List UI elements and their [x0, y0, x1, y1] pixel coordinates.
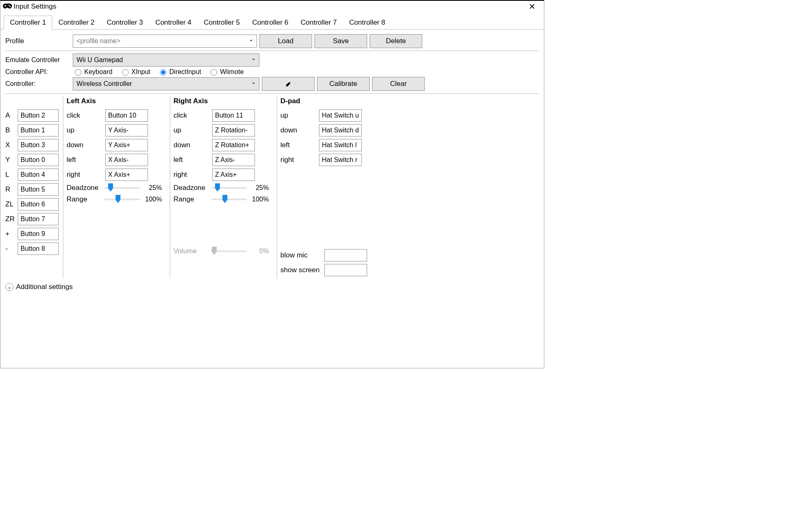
btn-a-map[interactable]: Button 2	[18, 109, 59, 122]
btn-b-label: B	[5, 126, 14, 134]
gamepad-icon	[3, 3, 12, 10]
close-icon[interactable]: ✕	[525, 2, 540, 11]
tab-controller-2[interactable]: Controller 2	[52, 16, 101, 30]
left-range-value: 100%	[142, 196, 162, 203]
titlebar: Input Settings ✕	[0, 1, 544, 12]
controller-tabs: Controller 1 Controller 2 Controller 3 C…	[4, 16, 544, 30]
right-deadzone-value: 25%	[249, 184, 269, 192]
btn-plus-map[interactable]: Button 9	[18, 228, 59, 240]
dpad-up-map[interactable]: Hat Switch u	[319, 109, 362, 122]
api-radios: Keyboard XInput DirectInput Wiimote	[73, 68, 244, 76]
left-range-slider[interactable]	[104, 195, 140, 204]
btn-minus-map[interactable]: Button 8	[18, 243, 59, 255]
left-click-map[interactable]: Button 10	[105, 109, 148, 122]
controller-combo[interactable]: Wireless Controller	[73, 77, 259, 90]
right-left-map[interactable]: Z Axis-	[212, 154, 255, 166]
refresh-controller-button[interactable]	[262, 77, 315, 91]
window-title: Input Settings	[14, 2, 56, 11]
api-label: Controller API:	[5, 68, 70, 76]
save-button[interactable]: Save	[315, 34, 367, 48]
btn-zr-label: ZR	[5, 215, 14, 223]
svg-point-0	[9, 5, 10, 6]
left-deadzone-value: 25%	[142, 184, 162, 192]
volume-value: 0%	[249, 247, 269, 255]
dpad-left-map[interactable]: Hat Switch l	[319, 139, 362, 151]
btn-r-label: R	[5, 185, 14, 194]
btn-plus-label: +	[5, 230, 14, 238]
dpad-heading: D-pad	[280, 97, 367, 105]
left-axis-heading: Left Axis	[67, 97, 167, 105]
dpad-right-map[interactable]: Hat Switch r	[319, 154, 362, 166]
tab-controller-8[interactable]: Controller 8	[343, 16, 391, 30]
tab-controller-3[interactable]: Controller 3	[101, 16, 149, 30]
btn-r-map[interactable]: Button 5	[18, 183, 59, 196]
right-deadzone-slider[interactable]	[211, 183, 247, 192]
left-axis-column: Left Axis clickButton 10 upY Axis- downY…	[63, 96, 170, 279]
dpad-column: D-pad upHat Switch u downHat Switch d le…	[277, 96, 370, 279]
calibrate-button[interactable]: Calibrate	[317, 77, 370, 91]
api-radio-wiimote[interactable]: Wiimote	[208, 68, 244, 76]
clear-button[interactable]: Clear	[372, 77, 425, 91]
btn-y-label: Y	[5, 156, 14, 164]
tab-controller-7[interactable]: Controller 7	[294, 16, 343, 30]
right-range-value: 100%	[249, 196, 269, 203]
btn-b-map[interactable]: Button 1	[18, 124, 59, 136]
svg-point-1	[9, 6, 11, 7]
right-axis-heading: Right Axis	[173, 97, 273, 105]
btn-zl-label: ZL	[5, 200, 14, 208]
btn-minus-label: -	[5, 245, 14, 253]
btn-zr-map[interactable]: Button 7	[18, 213, 59, 225]
input-settings-window: Input Settings ✕ Controller 1 Controller…	[0, 0, 544, 368]
btn-l-map[interactable]: Button 4	[18, 169, 59, 181]
svg-rect-3	[5, 5, 5, 7]
profile-combo[interactable]	[73, 35, 257, 48]
right-axis-column: Right Axis clickButton 11 upZ Rotation- …	[170, 96, 277, 279]
profile-label: Profile	[5, 37, 70, 45]
api-radio-keyboard[interactable]: Keyboard	[73, 68, 113, 76]
btn-l-label: L	[5, 171, 14, 179]
delete-button[interactable]: Delete	[370, 34, 422, 48]
tab-controller-4[interactable]: Controller 4	[149, 16, 198, 30]
left-left-map[interactable]: X Axis-	[105, 154, 148, 166]
volume-label: Volume	[173, 247, 209, 255]
emulate-combo[interactable]: Wii U Gamepad	[73, 53, 259, 67]
additional-settings-toggle[interactable]: ⌄ Additional settings	[5, 283, 539, 291]
tab-controller-1[interactable]: Controller 1	[4, 16, 52, 30]
right-range-slider[interactable]	[211, 195, 247, 204]
right-up-map[interactable]: Z Rotation-	[212, 124, 255, 136]
left-down-map[interactable]: Y Axis+	[105, 139, 148, 151]
left-right-map[interactable]: X Axis+	[105, 169, 148, 181]
right-click-map[interactable]: Button 11	[212, 109, 255, 122]
left-deadzone-slider[interactable]	[104, 183, 140, 192]
load-button[interactable]: Load	[259, 34, 312, 48]
volume-slider[interactable]	[211, 247, 247, 256]
tab-controller-5[interactable]: Controller 5	[198, 16, 246, 30]
dpad-down-map[interactable]: Hat Switch d	[319, 124, 362, 136]
btn-x-label: X	[5, 141, 14, 149]
show-screen-map[interactable]	[324, 264, 367, 276]
chevron-down-icon: ⌄	[5, 283, 14, 291]
api-radio-xinput[interactable]: XInput	[120, 68, 150, 76]
controller-label: Controller:	[5, 80, 70, 88]
left-up-map[interactable]: Y Axis-	[105, 124, 148, 136]
btn-y-map[interactable]: Button 0	[18, 154, 59, 166]
feather-icon	[285, 81, 291, 87]
tab-controller-6[interactable]: Controller 6	[246, 16, 294, 30]
btn-x-map[interactable]: Button 3	[18, 139, 59, 151]
blow-mic-map[interactable]	[324, 249, 367, 261]
btn-a-label: A	[5, 111, 14, 120]
btn-zl-map[interactable]: Button 6	[18, 198, 59, 210]
right-down-map[interactable]: Z Rotation+	[212, 139, 255, 151]
buttons-column: . AButton 2 BButton 1 XButton 3 YButton …	[5, 96, 63, 279]
right-right-map[interactable]: Z Axis+	[212, 169, 255, 181]
emulate-label: Emulate Controller	[5, 56, 70, 64]
content-panel: Profile Load Save Delete Emulate Control…	[0, 29, 544, 294]
api-radio-directinput[interactable]: DirectInput	[158, 68, 201, 76]
